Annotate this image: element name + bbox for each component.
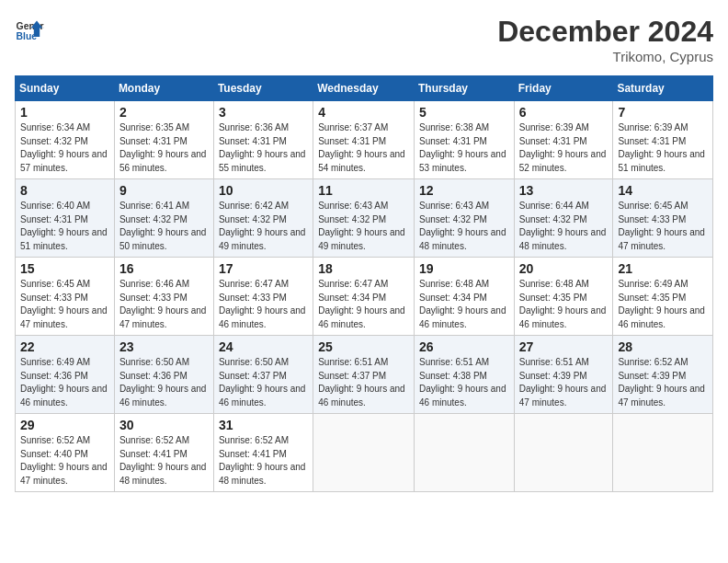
day-info: Sunrise: 6:51 AM Sunset: 4:38 PM Dayligh… <box>419 356 509 409</box>
day-number: 5 <box>419 105 509 120</box>
day-info: Sunrise: 6:52 AM Sunset: 4:41 PM Dayligh… <box>219 434 308 488</box>
calendar-cell: 6 Sunrise: 6:39 AM Sunset: 4:31 PM Dayli… <box>514 101 613 179</box>
day-info: Sunrise: 6:44 AM Sunset: 4:32 PM Dayligh… <box>519 200 609 253</box>
day-number: 26 <box>419 339 509 354</box>
day-number: 2 <box>119 105 209 120</box>
calendar-cell: 2 Sunrise: 6:35 AM Sunset: 4:31 PM Dayli… <box>114 101 213 179</box>
calendar-cell: 11 Sunrise: 6:43 AM Sunset: 4:32 PM Dayl… <box>313 179 415 258</box>
calendar-cell: 1 Sunrise: 6:34 AM Sunset: 4:32 PM Dayli… <box>16 101 115 179</box>
calendar-cell: 21 Sunrise: 6:49 AM Sunset: 4:35 PM Dayl… <box>613 258 713 336</box>
page-header: General Blue December 2024 Trikomo, Cypr… <box>15 15 713 64</box>
day-number: 27 <box>519 339 609 354</box>
calendar-cell: 19 Sunrise: 6:48 AM Sunset: 4:34 PM Dayl… <box>414 258 514 336</box>
calendar-cell: 15 Sunrise: 6:45 AM Sunset: 4:33 PM Dayl… <box>16 258 115 336</box>
day-number: 3 <box>219 105 308 120</box>
calendar-week-row: 29 Sunrise: 6:52 AM Sunset: 4:40 PM Dayl… <box>16 414 713 492</box>
title-area: December 2024 Trikomo, Cyprus <box>497 15 713 64</box>
day-number: 16 <box>119 261 209 276</box>
calendar-cell: 8 Sunrise: 6:40 AM Sunset: 4:31 PM Dayli… <box>16 179 115 258</box>
day-number: 30 <box>119 418 209 432</box>
day-number: 11 <box>318 183 409 198</box>
calendar-cell: 13 Sunrise: 6:44 AM Sunset: 4:32 PM Dayl… <box>514 179 613 258</box>
calendar-cell: 28 Sunrise: 6:52 AM Sunset: 4:39 PM Dayl… <box>613 336 713 414</box>
calendar-cell: 27 Sunrise: 6:51 AM Sunset: 4:39 PM Dayl… <box>514 336 613 414</box>
day-info: Sunrise: 6:51 AM Sunset: 4:37 PM Dayligh… <box>318 356 409 409</box>
day-info: Sunrise: 6:47 AM Sunset: 4:33 PM Dayligh… <box>219 278 308 331</box>
calendar-cell: 24 Sunrise: 6:50 AM Sunset: 4:37 PM Dayl… <box>213 336 313 414</box>
calendar-week-row: 15 Sunrise: 6:45 AM Sunset: 4:33 PM Dayl… <box>16 258 713 336</box>
day-info: Sunrise: 6:42 AM Sunset: 4:32 PM Dayligh… <box>219 200 308 253</box>
weekday-header-thursday: Thursday <box>414 76 514 101</box>
day-number: 19 <box>419 261 509 276</box>
day-info: Sunrise: 6:45 AM Sunset: 4:33 PM Dayligh… <box>618 200 708 253</box>
calendar-week-row: 22 Sunrise: 6:49 AM Sunset: 4:36 PM Dayl… <box>16 336 713 414</box>
day-number: 14 <box>618 183 708 198</box>
calendar-cell: 4 Sunrise: 6:37 AM Sunset: 4:31 PM Dayli… <box>313 101 415 179</box>
day-info: Sunrise: 6:52 AM Sunset: 4:39 PM Dayligh… <box>618 356 708 409</box>
month-year-title: December 2024 <box>497 15 713 49</box>
calendar-cell <box>514 414 613 492</box>
day-info: Sunrise: 6:45 AM Sunset: 4:33 PM Dayligh… <box>20 278 109 331</box>
day-info: Sunrise: 6:50 AM Sunset: 4:36 PM Dayligh… <box>119 356 209 409</box>
logo: General Blue <box>15 15 44 44</box>
day-info: Sunrise: 6:49 AM Sunset: 4:36 PM Dayligh… <box>20 356 109 409</box>
calendar-cell: 25 Sunrise: 6:51 AM Sunset: 4:37 PM Dayl… <box>313 336 415 414</box>
calendar-cell: 26 Sunrise: 6:51 AM Sunset: 4:38 PM Dayl… <box>414 336 514 414</box>
day-info: Sunrise: 6:34 AM Sunset: 4:32 PM Dayligh… <box>20 121 109 175</box>
day-number: 13 <box>519 183 609 198</box>
calendar-header: SundayMondayTuesdayWednesdayThursdayFrid… <box>16 76 713 101</box>
weekday-header-tuesday: Tuesday <box>213 76 313 101</box>
calendar-cell: 22 Sunrise: 6:49 AM Sunset: 4:36 PM Dayl… <box>16 336 115 414</box>
calendar-cell: 3 Sunrise: 6:36 AM Sunset: 4:31 PM Dayli… <box>213 101 313 179</box>
calendar-cell: 29 Sunrise: 6:52 AM Sunset: 4:40 PM Dayl… <box>16 414 115 492</box>
day-number: 28 <box>618 339 708 354</box>
day-number: 6 <box>519 105 609 120</box>
day-info: Sunrise: 6:51 AM Sunset: 4:39 PM Dayligh… <box>519 356 609 409</box>
day-info: Sunrise: 6:41 AM Sunset: 4:32 PM Dayligh… <box>119 200 209 253</box>
weekday-header-wednesday: Wednesday <box>313 76 415 101</box>
day-info: Sunrise: 6:35 AM Sunset: 4:31 PM Dayligh… <box>119 121 209 175</box>
day-number: 8 <box>20 183 109 198</box>
day-number: 15 <box>20 261 109 276</box>
day-info: Sunrise: 6:46 AM Sunset: 4:33 PM Dayligh… <box>119 278 209 331</box>
day-info: Sunrise: 6:39 AM Sunset: 4:31 PM Dayligh… <box>618 121 708 175</box>
weekday-header-friday: Friday <box>514 76 613 101</box>
location-subtitle: Trikomo, Cyprus <box>497 49 713 64</box>
day-info: Sunrise: 6:43 AM Sunset: 4:32 PM Dayligh… <box>318 200 409 253</box>
calendar-cell <box>613 414 713 492</box>
calendar-cell: 17 Sunrise: 6:47 AM Sunset: 4:33 PM Dayl… <box>213 258 313 336</box>
day-number: 18 <box>318 261 409 276</box>
day-number: 31 <box>219 418 308 432</box>
day-number: 4 <box>318 105 409 120</box>
weekday-header-saturday: Saturday <box>613 76 713 101</box>
weekday-header-row: SundayMondayTuesdayWednesdayThursdayFrid… <box>16 76 713 101</box>
day-info: Sunrise: 6:52 AM Sunset: 4:40 PM Dayligh… <box>20 434 109 488</box>
calendar-cell: 23 Sunrise: 6:50 AM Sunset: 4:36 PM Dayl… <box>114 336 213 414</box>
day-number: 7 <box>618 105 708 120</box>
day-number: 12 <box>419 183 509 198</box>
calendar-week-row: 8 Sunrise: 6:40 AM Sunset: 4:31 PM Dayli… <box>16 179 713 258</box>
weekday-header-monday: Monday <box>114 76 213 101</box>
day-number: 29 <box>20 418 109 432</box>
calendar-cell: 12 Sunrise: 6:43 AM Sunset: 4:32 PM Dayl… <box>414 179 514 258</box>
calendar-body: 1 Sunrise: 6:34 AM Sunset: 4:32 PM Dayli… <box>16 101 713 492</box>
logo-icon: General Blue <box>15 15 44 44</box>
calendar-cell: 5 Sunrise: 6:38 AM Sunset: 4:31 PM Dayli… <box>414 101 514 179</box>
day-info: Sunrise: 6:52 AM Sunset: 4:41 PM Dayligh… <box>119 434 209 488</box>
day-info: Sunrise: 6:47 AM Sunset: 4:34 PM Dayligh… <box>318 278 409 331</box>
calendar-cell: 14 Sunrise: 6:45 AM Sunset: 4:33 PM Dayl… <box>613 179 713 258</box>
day-number: 22 <box>20 339 109 354</box>
day-number: 21 <box>618 261 708 276</box>
calendar-cell <box>414 414 514 492</box>
calendar-cell: 30 Sunrise: 6:52 AM Sunset: 4:41 PM Dayl… <box>114 414 213 492</box>
day-info: Sunrise: 6:38 AM Sunset: 4:31 PM Dayligh… <box>419 121 509 175</box>
day-info: Sunrise: 6:43 AM Sunset: 4:32 PM Dayligh… <box>419 200 509 253</box>
day-number: 23 <box>119 339 209 354</box>
calendar-cell: 9 Sunrise: 6:41 AM Sunset: 4:32 PM Dayli… <box>114 179 213 258</box>
day-info: Sunrise: 6:39 AM Sunset: 4:31 PM Dayligh… <box>519 121 609 175</box>
day-info: Sunrise: 6:40 AM Sunset: 4:31 PM Dayligh… <box>20 200 109 253</box>
day-info: Sunrise: 6:49 AM Sunset: 4:35 PM Dayligh… <box>618 278 708 331</box>
day-info: Sunrise: 6:50 AM Sunset: 4:37 PM Dayligh… <box>219 356 308 409</box>
weekday-header-sunday: Sunday <box>16 76 115 101</box>
day-number: 17 <box>219 261 308 276</box>
